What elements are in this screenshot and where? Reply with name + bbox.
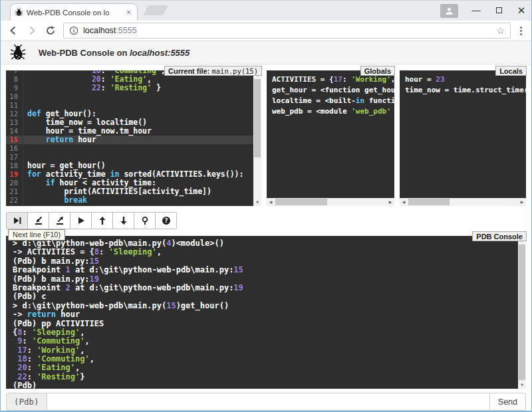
source-code-panel: 7 18: 'Commuting',8 20: 'Eating',9 22: '…	[6, 70, 261, 206]
globals-line: localtime = <built-in function loc	[272, 96, 394, 106]
console-line: > d:\git\python-web-pdb\main.py(4)<modul…	[13, 239, 526, 248]
console-line: (Pdb) c	[13, 292, 526, 301]
browser-menu-button[interactable]	[517, 27, 525, 35]
console-line: 22: 'Resting'}	[13, 373, 526, 381]
bookmark-star-icon[interactable]: ☆	[496, 25, 505, 36]
scroll-down-icon[interactable]: ▼	[518, 381, 526, 389]
locals-label: Locals	[495, 66, 527, 76]
locals-line: time_now = time.struct_time(tm_yea	[405, 85, 526, 96]
browser-titlebar: Web-PDB Console on lo ✕ — ✕	[1, 1, 531, 21]
person-icon	[445, 7, 454, 15]
scroll-right-icon[interactable]: ▶	[518, 198, 526, 206]
console-line: (Pdb) pp ACTIVITIES	[13, 320, 526, 328]
code-line: 10	[6, 92, 261, 101]
browser-window: Web-PDB Console on lo ✕ — ✕	[0, 0, 532, 412]
locals-line: hour = 23	[405, 74, 526, 85]
step-out-icon	[55, 216, 65, 225]
console-line: 9: 'Commuting',	[13, 337, 526, 346]
console-line: > d:\git\python-web-pdb\main.py(15)get_h…	[13, 302, 526, 310]
continue-button[interactable]	[70, 212, 92, 229]
scroll-left-icon[interactable]: ◀	[267, 198, 275, 206]
send-button[interactable]: Send	[490, 393, 526, 411]
reload-button[interactable]	[45, 25, 57, 37]
scroll-down-icon[interactable]: ▼	[253, 198, 261, 206]
console-line: Breakpoint 2 at d:\git\python-web-pdb\ma…	[13, 284, 526, 292]
locals-lines: hour = 23time_now = time.struct_time(tm_…	[405, 74, 526, 96]
globals-lines: ACTIVITIES = {17: 'Working', 18: 'get_ho…	[272, 74, 394, 117]
down-button[interactable]	[112, 212, 134, 229]
pdb-command-input[interactable]	[47, 393, 490, 411]
browser-tab[interactable]: Web-PDB Console on lo ✕	[10, 3, 138, 21]
back-button[interactable]	[7, 25, 19, 37]
code-scrollbar[interactable]: ▲ ▼	[253, 70, 261, 206]
console-line: (Pdb) b main.py:15	[13, 257, 526, 266]
scroll-left-icon[interactable]: ◀	[400, 198, 408, 206]
console-line: 20: 'Eating',	[13, 363, 526, 372]
where-icon	[140, 216, 150, 225]
console-line: Breakpoint 1 at d:\git\python-web-pdb\ma…	[13, 266, 526, 274]
up-icon	[98, 216, 107, 225]
console-line: 17: 'Working',	[13, 346, 526, 355]
code-line: 9 22: 'Resting' }	[6, 84, 261, 92]
tab-close-icon[interactable]: ✕	[125, 9, 133, 16]
command-input-row: (Pdb) Send	[6, 393, 526, 411]
maximize-button[interactable]	[494, 1, 503, 21]
console-line: {8: 'Sleeping',	[13, 328, 526, 337]
bug-logo-icon	[9, 44, 27, 61]
console-line: (Pdb)	[13, 381, 526, 389]
continue-icon	[76, 216, 86, 225]
where-button[interactable]	[134, 212, 156, 229]
current-file-label: Current file: main.py(15)	[164, 66, 262, 76]
tab-title: Web-PDB Console on lo	[27, 9, 122, 17]
profile-button[interactable]	[440, 4, 458, 18]
browser-addressbar: localhost :5555 ☆	[1, 21, 531, 41]
url-port: :5555	[116, 26, 136, 35]
url-host: localhost	[83, 26, 116, 35]
step-out-button[interactable]	[49, 212, 70, 229]
bug-favicon-icon	[15, 8, 23, 17]
app-header: Web-PDB Console on localhost:5555	[1, 41, 531, 64]
code-line: 22 break	[6, 196, 261, 205]
globals-label: Globals	[360, 66, 395, 76]
code-line: 15 return hour	[6, 136, 261, 144]
step-into-icon	[34, 216, 43, 225]
page-title: Web-PDB Console on localhost:5555	[39, 48, 190, 58]
next-line-icon	[13, 216, 22, 225]
address-bar[interactable]: localhost :5555 ☆	[63, 23, 511, 39]
page-info-icon[interactable]	[69, 26, 78, 35]
pdb-prompt-label: (Pdb)	[6, 393, 47, 411]
pdb-console-label: PDB Console	[472, 231, 527, 241]
pdb-console-panel: > d:\git\python-web-pdb\main.py(4)<modul…	[6, 236, 526, 389]
console-line: (Pdb) b main.py:19	[13, 275, 526, 284]
console-line: 18: 'Commuting',	[13, 355, 526, 363]
globals-line: get_hour = <function get_hour at 0	[272, 85, 394, 96]
new-tab-button[interactable]	[143, 5, 168, 15]
up-button[interactable]	[91, 212, 113, 229]
globals-line: ACTIVITIES = {17: 'Working', 18: '	[272, 74, 394, 85]
console-lines: > d:\git\python-web-pdb\main.py(4)<modul…	[13, 239, 526, 389]
code-line: 16	[6, 144, 261, 153]
locals-scrollbar[interactable]: ◀ ▶	[400, 198, 526, 206]
help-button[interactable]: ?	[155, 212, 177, 229]
locals-panel: hour = 23time_now = time.struct_time(tm_…	[400, 70, 526, 198]
scroll-right-icon[interactable]: ▶	[386, 198, 394, 206]
forward-button[interactable]	[26, 25, 38, 37]
next-line-tooltip: Next line (F10)	[8, 229, 65, 241]
close-button[interactable]: ✕	[517, 1, 526, 21]
globals-panel: ACTIVITIES = {17: 'Working', 18: 'get_ho…	[267, 70, 394, 198]
globals-line: web_pdb = <module 'web_pdb' from '	[272, 106, 394, 117]
minimize-button[interactable]: —	[471, 1, 481, 21]
debug-toolbar: ? Next line (F10)	[6, 212, 526, 229]
down-icon	[119, 216, 128, 225]
console-scrollbar[interactable]: ▲ ▼	[518, 236, 526, 389]
console-line: -> return hour	[13, 310, 526, 319]
console-line: -> ACTIVITIES = {8: 'Sleeping',	[13, 248, 526, 257]
web-pdb-page: Web-PDB Console on localhost:5555 Curren…	[1, 41, 531, 411]
next-line-button[interactable]	[6, 212, 28, 229]
code-lines: 7 18: 'Commuting',8 20: 'Eating',9 22: '…	[6, 70, 261, 205]
help-icon: ?	[162, 216, 171, 225]
step-into-button[interactable]	[27, 212, 49, 229]
globals-scrollbar[interactable]: ◀ ▶	[267, 198, 394, 206]
svg-text:?: ?	[164, 217, 168, 224]
